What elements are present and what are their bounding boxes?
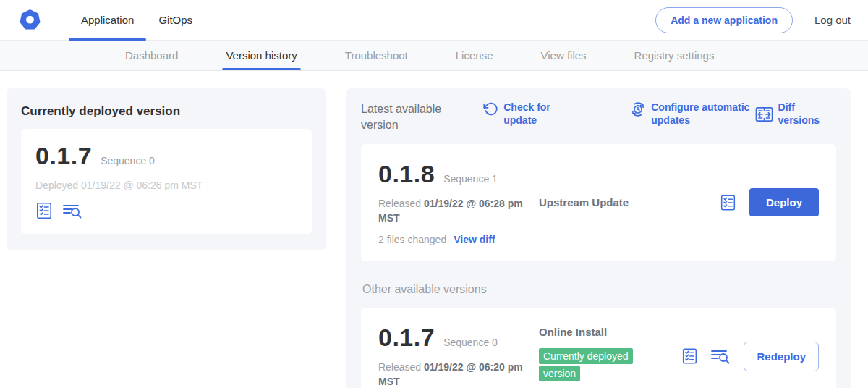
deployed-panel-title: Currently deployed version [21,104,312,119]
redeploy-button[interactable]: Redeploy [744,342,819,371]
deploy-button[interactable]: Deploy [749,188,819,216]
files-changed-label: 2 files changed [378,234,446,245]
topnav-tabs: Application GitOps [69,0,205,40]
subtab-view-files[interactable]: View files [516,41,610,70]
topnav-right: Add a new application Log out [655,0,851,40]
view-logs-icon[interactable] [63,202,82,219]
tab-application[interactable]: Application [69,0,146,40]
main-content: Currently deployed version 0.1.7 Sequenc… [0,71,868,388]
view-diff-link[interactable]: View diff [454,234,495,245]
latest-version-number: 0.1.8 [378,160,435,188]
kots-logo-icon [19,9,41,31]
deployed-version-number: 0.1.7 [35,142,92,170]
other-version-card: 0.1.7 Sequence 0 Released 01/19/22 @ 06:… [361,308,836,388]
available-panel-title: Latest available version [361,101,450,132]
currently-deployed-panel: Currently deployed version 0.1.7 Sequenc… [7,88,326,250]
latest-released-timestamp: Released 01/19/22 @ 06:28 pm MST [378,196,527,226]
top-nav: Application GitOps Add a new application… [0,0,868,41]
subtab-troubleshoot[interactable]: Troubleshoot [321,41,432,70]
deployed-version-card: 0.1.7 Sequence 0 Deployed 01/19/22 @ 06:… [21,129,312,234]
other-source-label: Online Install [539,326,607,338]
subtab-registry-settings[interactable]: Registry settings [610,41,739,70]
latest-sequence-label: Sequence 1 [443,173,498,185]
deployed-sequence-label: Sequence 0 [101,155,155,166]
app-sub-nav: Dashboard Version history Troubleshoot L… [0,41,868,71]
other-versions-title: Other available versions [362,283,836,296]
logout-link[interactable]: Log out [814,14,851,26]
check-for-update-button[interactable]: Check for update [483,101,582,127]
app-logo[interactable] [19,0,41,40]
other-version-number: 0.1.7 [378,324,435,352]
configure-automatic-updates-button[interactable]: Configure automatic updates [630,101,754,127]
other-released-timestamp: Released 01/19/22 @ 06:20 pm MST [378,360,527,388]
deployed-timestamp: Deployed 01/19/22 @ 06:26 pm MST [35,180,297,191]
view-logs-icon[interactable] [711,347,731,365]
available-panel-header: Latest available version Check for updat… [361,101,836,132]
currently-deployed-badge: Currently deployed version [539,348,633,381]
preflight-checks-icon[interactable] [720,194,736,211]
preflight-checks-icon[interactable] [681,347,698,365]
available-versions-panel: Latest available version Check for updat… [346,88,851,388]
preflight-checks-icon[interactable] [35,202,53,219]
latest-version-card: 0.1.8 Sequence 1 Released 01/19/22 @ 06:… [361,144,836,261]
schedule-update-icon [630,101,646,117]
other-sequence-label: Sequence 0 [443,337,498,348]
diff-icon [755,106,773,122]
tab-gitops[interactable]: GitOps [146,0,205,40]
subtab-dashboard[interactable]: Dashboard [101,41,202,70]
subtab-version-history[interactable]: Version history [202,41,320,70]
refresh-icon [483,101,498,117]
latest-source-label: Upstream Update [539,196,629,208]
diff-versions-button[interactable]: Diff versions [755,101,836,127]
subtab-license[interactable]: License [432,41,517,70]
add-new-application-button[interactable]: Add a new application [655,7,793,33]
